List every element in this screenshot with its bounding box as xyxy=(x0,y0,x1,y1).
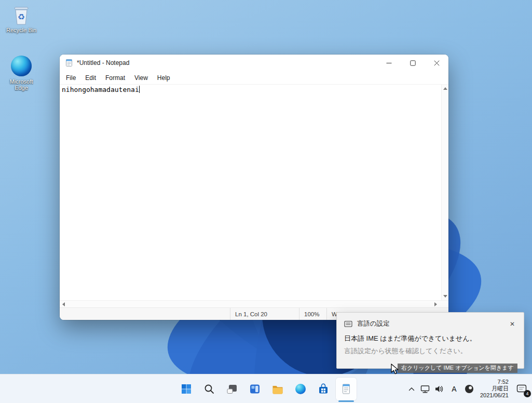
volume-tray-button[interactable] xyxy=(432,379,446,399)
menu-view[interactable]: View xyxy=(130,73,153,83)
close-button[interactable] xyxy=(425,55,448,71)
minimize-icon xyxy=(386,60,392,66)
taskbar-notepad-button[interactable] xyxy=(336,378,357,400)
menu-edit[interactable]: Edit xyxy=(80,73,101,83)
tray-status-button[interactable] xyxy=(462,379,476,399)
notepad-menubar: File Edit Format View Help xyxy=(60,71,448,85)
taskbar-start-button[interactable] xyxy=(176,378,197,400)
notification-count-badge: 4 xyxy=(524,390,531,397)
task-view-icon xyxy=(226,383,238,395)
recycle-bin-label: Recycle Bin xyxy=(6,27,36,33)
scroll-up-icon[interactable] xyxy=(443,87,447,90)
notification-message: 日本語 IME はまだ準備ができていません。 xyxy=(337,328,524,343)
taskbar-search-button[interactable] xyxy=(199,378,220,400)
taskbar-pinned-apps xyxy=(176,374,357,403)
clock-weekday: 月曜日 xyxy=(480,385,509,392)
edge-browser-icon xyxy=(294,383,307,395)
taskbar-store-button[interactable] xyxy=(313,378,334,400)
clock-time: 7:52 xyxy=(480,379,509,385)
system-tray: A 7:52 月曜日 2021/06/21 4 xyxy=(405,374,530,403)
taskbar-task-view-button[interactable] xyxy=(222,378,242,400)
desktop-icon-recycle-bin[interactable]: ♻ Recycle Bin xyxy=(4,4,38,33)
notepad-icon xyxy=(65,59,73,67)
tray-status-icon xyxy=(464,384,474,394)
active-app-indicator xyxy=(338,400,354,402)
scroll-right-icon[interactable] xyxy=(434,302,437,306)
clock-date: 2021/06/21 xyxy=(480,392,509,399)
notification-submessage: 言語設定から状態を確認してください。 xyxy=(337,343,524,355)
edge-label: Microsoft Edge xyxy=(6,78,37,91)
statusbar-spacer xyxy=(60,308,230,320)
ime-mode-indicator[interactable]: A xyxy=(446,379,462,399)
desktop-icon-edge[interactable]: Microsoft Edge xyxy=(4,55,38,91)
menu-file[interactable]: File xyxy=(61,73,80,83)
desktop: ♻ Recycle Bin Microsoft Edge *Untitled -… xyxy=(0,0,532,403)
scroll-left-icon[interactable] xyxy=(62,302,65,306)
speaker-icon xyxy=(434,384,444,394)
horizontal-scrollbar[interactable] xyxy=(60,300,448,307)
notification-title: 言語の設定 xyxy=(357,319,390,328)
scroll-down-icon[interactable] xyxy=(443,295,447,298)
network-tray-button[interactable] xyxy=(418,379,432,399)
taskbar-clock[interactable]: 7:52 月曜日 2021/06/21 xyxy=(476,379,512,399)
taskbar-edge-button[interactable] xyxy=(290,378,311,400)
menu-format[interactable]: Format xyxy=(101,73,130,83)
ime-settings-icon xyxy=(344,320,352,328)
file-explorer-icon xyxy=(271,383,284,395)
text-caret xyxy=(139,86,140,93)
taskbar: A 7:52 月曜日 2021/06/21 4 xyxy=(0,374,532,403)
network-icon xyxy=(420,384,430,394)
windows-logo-icon xyxy=(181,383,192,395)
edge-icon xyxy=(10,55,32,77)
search-icon xyxy=(203,383,215,395)
editor-text: nihongohamadautenai xyxy=(62,86,139,93)
language-settings-notification: 言語の設定 ✕ 日本語 IME はまだ準備ができていません。 言語設定から状態を… xyxy=(336,312,524,369)
mouse-cursor xyxy=(391,364,400,375)
widgets-icon xyxy=(249,383,261,395)
notification-center-button[interactable]: 4 xyxy=(513,379,530,399)
microsoft-store-icon xyxy=(317,383,330,395)
notification-close-button[interactable]: ✕ xyxy=(508,320,516,328)
notepad-titlebar[interactable]: *Untitled - Notepad xyxy=(60,55,448,71)
notepad-window: *Untitled - Notepad xyxy=(60,55,448,320)
ime-option-tooltip: 右クリックして IME オプションを開きます xyxy=(398,364,517,373)
status-zoom-level: 100% xyxy=(299,308,326,320)
text-editor[interactable]: nihongohamadautenai xyxy=(60,85,441,300)
window-title: *Untitled - Notepad xyxy=(77,59,129,66)
recycle-bin-icon: ♻ xyxy=(10,4,32,25)
taskbar-file-explorer-button[interactable] xyxy=(267,378,288,400)
maximize-button[interactable] xyxy=(401,55,425,71)
chevron-up-icon xyxy=(408,386,415,392)
close-icon xyxy=(434,60,440,66)
show-hidden-icons-button[interactable] xyxy=(405,379,418,399)
minimize-button[interactable] xyxy=(377,55,401,71)
ime-mode-label: A xyxy=(448,385,460,393)
notepad-app-icon xyxy=(340,383,352,395)
taskbar-widgets-button[interactable] xyxy=(244,378,265,400)
vertical-scrollbar[interactable] xyxy=(441,85,448,300)
maximize-icon xyxy=(410,60,416,66)
svg-text:♻: ♻ xyxy=(18,12,25,21)
status-cursor-position: Ln 1, Col 20 xyxy=(230,308,299,320)
window-controls xyxy=(377,55,448,71)
menu-help[interactable]: Help xyxy=(153,73,175,83)
